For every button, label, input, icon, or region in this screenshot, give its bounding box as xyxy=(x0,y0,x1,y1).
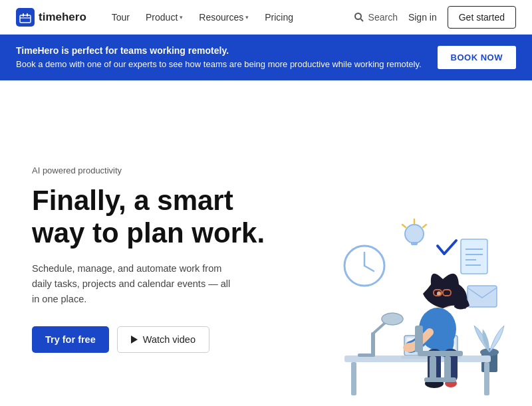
hero-eyebrow: AI powered productivity xyxy=(32,165,285,175)
hero-title-line1: Finally, a smart xyxy=(32,185,233,216)
svg-rect-15 xyxy=(461,239,487,274)
banner-body: Book a demo with one of our experts to s… xyxy=(16,59,422,69)
svg-line-28 xyxy=(373,322,386,334)
logo-text: timehero xyxy=(39,11,86,24)
hero-section: AI powered productivity Finally, a smart… xyxy=(0,80,532,407)
svg-point-40 xyxy=(403,343,416,352)
svg-rect-26 xyxy=(371,332,375,356)
try-free-button[interactable]: Try for free xyxy=(32,326,109,353)
watch-video-label: Watch video xyxy=(143,334,196,345)
nav-links: Tour Product ▾ Resources ▾ Pricing xyxy=(105,8,354,27)
svg-rect-11 xyxy=(411,242,418,245)
nav-right: Search Sign in Get started xyxy=(354,6,516,29)
search-label: Search xyxy=(368,12,398,23)
banner-text: TimeHero is perfect for teams working re… xyxy=(16,44,422,71)
svg-rect-27 xyxy=(358,354,375,357)
nav-label-product: Product xyxy=(146,12,178,23)
nav-label-resources: Resources xyxy=(199,12,243,23)
svg-rect-2 xyxy=(23,13,24,17)
signin-link[interactable]: Sign in xyxy=(408,12,437,23)
svg-rect-46 xyxy=(430,356,436,379)
hero-content: AI powered productivity Finally, a smart… xyxy=(32,165,285,352)
svg-line-14 xyxy=(423,225,426,227)
get-started-button[interactable]: Get started xyxy=(448,6,516,29)
navbar: timehero Tour Product ▾ Resources ▾ Pric… xyxy=(0,0,532,35)
banner-bold: TimeHero is perfect for teams working re… xyxy=(16,45,229,56)
hero-title: Finally, a smart way to plan work. xyxy=(32,185,285,249)
hero-title-line2: way to plan work. xyxy=(32,217,265,249)
hero-subtitle: Schedule, manage, and automate work from… xyxy=(32,261,238,308)
svg-rect-0 xyxy=(16,8,35,27)
hero-illustration-svg xyxy=(285,186,511,407)
svg-line-6 xyxy=(360,19,363,21)
svg-point-29 xyxy=(382,313,403,325)
nav-label-pricing: Pricing xyxy=(265,12,293,23)
promo-banner: TimeHero is perfect for teams working re… xyxy=(0,35,532,80)
svg-rect-48 xyxy=(424,377,456,382)
nav-item-tour[interactable]: Tour xyxy=(105,8,136,27)
svg-rect-25 xyxy=(484,362,489,395)
svg-point-5 xyxy=(355,13,361,19)
hero-buttons: Try for free Watch video xyxy=(32,326,285,353)
search-icon xyxy=(354,12,364,23)
search-button[interactable]: Search xyxy=(354,12,398,23)
logo-icon xyxy=(16,8,35,27)
nav-label-tour: Tour xyxy=(112,12,130,23)
chevron-down-icon: ▾ xyxy=(245,14,249,21)
svg-line-13 xyxy=(402,225,406,227)
svg-rect-47 xyxy=(444,356,451,379)
svg-rect-24 xyxy=(351,362,356,395)
play-icon xyxy=(131,336,138,344)
nav-item-product[interactable]: Product ▾ xyxy=(139,8,190,27)
svg-rect-45 xyxy=(418,351,463,356)
svg-rect-49 xyxy=(415,326,423,352)
hero-illustration xyxy=(285,107,511,407)
book-now-button[interactable]: BOOK NOW xyxy=(438,46,516,69)
svg-rect-20 xyxy=(467,286,497,307)
nav-item-pricing[interactable]: Pricing xyxy=(258,8,300,27)
svg-point-10 xyxy=(405,225,424,243)
svg-line-9 xyxy=(364,266,374,271)
watch-video-button[interactable]: Watch video xyxy=(117,326,209,353)
svg-rect-3 xyxy=(27,13,28,17)
chevron-down-icon: ▾ xyxy=(180,14,183,21)
logo[interactable]: timehero xyxy=(16,8,86,27)
nav-item-resources[interactable]: Resources ▾ xyxy=(192,8,255,27)
